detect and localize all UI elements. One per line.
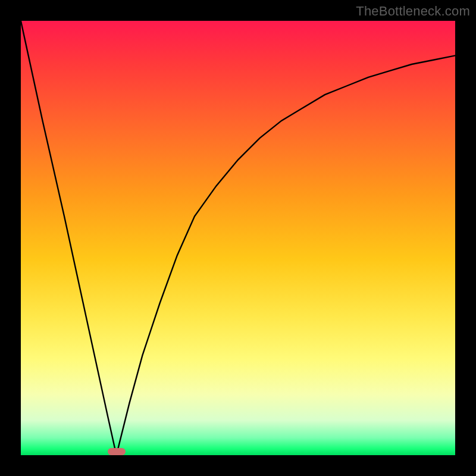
curve-left-branch [21,21,117,455]
curve-right-branch [117,55,455,455]
plot-area [21,21,455,455]
bottleneck-curve [21,21,455,455]
chart-frame: TheBottleneck.com [0,0,476,476]
watermark-text: TheBottleneck.com [356,4,470,19]
bottleneck-marker [108,448,126,455]
